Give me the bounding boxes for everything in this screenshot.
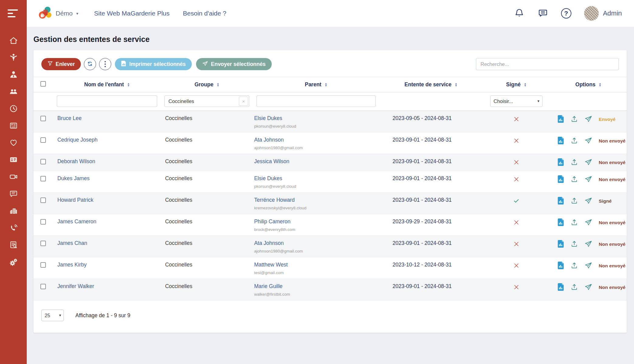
notifications-button[interactable]	[514, 8, 525, 19]
sort-icon[interactable]: ▲▼	[325, 83, 327, 87]
sort-icon[interactable]: ▲▼	[455, 83, 457, 87]
send-agreement-button[interactable]	[584, 262, 592, 270]
view-document-button[interactable]	[558, 137, 564, 145]
refresh-button[interactable]	[84, 58, 96, 70]
upload-agreement-button[interactable]	[570, 283, 578, 292]
row-checkbox[interactable]	[40, 116, 46, 121]
parent-email: kremezovskyi@every8.cloud	[254, 206, 378, 210]
reports-nav-button[interactable]	[7, 240, 19, 250]
send-agreement-button[interactable]	[584, 158, 592, 167]
link-site-web[interactable]: Site Web MaGarderie Plus	[94, 10, 170, 17]
print-selected-button[interactable]: Imprimer sélectionnés	[115, 58, 192, 70]
billing-nav-button[interactable]	[7, 121, 19, 131]
link-help[interactable]: Besoin d'aide ?	[183, 10, 226, 17]
child-name[interactable]: Deborah Wilson	[57, 158, 95, 164]
video-nav-button[interactable]	[7, 172, 19, 182]
health-nav-button[interactable]	[7, 138, 19, 148]
send-agreement-button[interactable]	[584, 137, 592, 145]
select-all-checkbox[interactable]	[40, 81, 46, 87]
row-checkbox[interactable]	[40, 241, 46, 246]
menu-toggle-button[interactable]	[0, 0, 27, 27]
home-nav-button[interactable]	[7, 36, 19, 46]
send-agreement-button[interactable]	[584, 240, 592, 249]
child-name[interactable]: James Cameron	[57, 218, 96, 225]
remove-filter-button[interactable]: Enlever	[41, 58, 81, 70]
send-agreement-button[interactable]	[584, 175, 592, 184]
user-menu[interactable]: Admin	[584, 6, 622, 21]
view-document-button[interactable]	[558, 240, 564, 249]
header-signed[interactable]: Signé ▲▼	[483, 77, 550, 92]
sidebar-nav	[7, 36, 19, 267]
view-document-button[interactable]	[558, 283, 564, 292]
page-size-select[interactable]: 25	[41, 310, 64, 321]
view-document-button[interactable]	[558, 115, 564, 124]
schedule-nav-button[interactable]	[7, 104, 19, 114]
avatar	[584, 6, 599, 21]
child-name[interactable]: Howard Patrick	[57, 197, 94, 203]
view-document-button[interactable]	[558, 175, 564, 184]
send-agreement-button[interactable]	[584, 218, 592, 227]
group-nav-button[interactable]	[7, 87, 19, 97]
view-document-button[interactable]	[558, 158, 564, 167]
sort-icon[interactable]: ▲▼	[599, 83, 601, 87]
sort-icon[interactable]: ▲▼	[217, 83, 219, 87]
upload-agreement-button[interactable]	[570, 115, 578, 124]
upload-agreement-button[interactable]	[570, 137, 578, 145]
child-filter-input[interactable]	[57, 95, 157, 107]
child-nav-button[interactable]	[7, 53, 19, 63]
upload-agreement-button[interactable]	[570, 240, 578, 249]
child-name[interactable]: Cedrique Joseph	[57, 137, 98, 143]
parent-filter-input[interactable]	[257, 95, 375, 107]
header-child[interactable]: Nom de l'enfant ▲▼	[53, 77, 161, 92]
row-checkbox[interactable]	[40, 197, 46, 203]
child-name[interactable]: Bruce Lee	[57, 115, 82, 121]
calls-nav-button[interactable]	[7, 223, 19, 233]
group-filter-input[interactable]	[165, 98, 239, 104]
header-agreement[interactable]: Entente de service ▲▼	[379, 77, 483, 92]
signed-filter-select[interactable]: Choisir...	[490, 95, 543, 107]
header-parent[interactable]: Parent ▲▼	[253, 77, 379, 92]
more-options-button[interactable]	[99, 58, 111, 70]
not-signed-cross-icon	[513, 242, 520, 249]
child-name[interactable]: James Kirby	[57, 262, 87, 268]
upload-agreement-button[interactable]	[570, 197, 578, 205]
row-checkbox[interactable]	[40, 284, 46, 289]
parent-email: pkorsun@every8.cloud	[254, 184, 378, 189]
parent-nav-button[interactable]	[7, 70, 19, 80]
row-checkbox[interactable]	[40, 219, 46, 225]
row-checkbox[interactable]	[40, 176, 46, 181]
header-group[interactable]: Groupe ▲▼	[161, 77, 253, 92]
sort-icon[interactable]: ▲▼	[524, 83, 526, 87]
sort-icon[interactable]: ▲▼	[127, 83, 129, 87]
row-checkbox[interactable]	[40, 159, 46, 164]
send-agreement-button[interactable]	[584, 197, 592, 205]
view-document-button[interactable]	[558, 197, 564, 205]
row-checkbox[interactable]	[40, 137, 46, 143]
child-name[interactable]: James Chan	[57, 240, 87, 246]
chat-nav-button[interactable]	[7, 189, 19, 199]
help-button[interactable]: ?	[561, 8, 571, 19]
view-document-button[interactable]	[558, 218, 564, 227]
send-agreement-button[interactable]	[584, 115, 592, 124]
messages-button[interactable]	[537, 8, 548, 19]
upload-agreement-button[interactable]	[570, 262, 578, 270]
row-checkbox[interactable]	[40, 262, 46, 268]
send-plane-icon	[584, 201, 592, 205]
child-name[interactable]: Dukes James	[57, 175, 90, 181]
view-document-button[interactable]	[558, 262, 564, 270]
send-agreement-button[interactable]	[584, 283, 592, 292]
header-options[interactable]: Options ▲▼	[550, 77, 627, 92]
brand-menu[interactable]: Démo ▾	[38, 6, 78, 21]
clear-filter-icon[interactable]: ×	[239, 97, 248, 106]
organization-nav-button[interactable]	[7, 206, 19, 216]
select-all-header	[33, 77, 53, 92]
child-name[interactable]: Jennifer Walker	[57, 283, 94, 289]
contact-card-nav-button[interactable]	[7, 155, 19, 165]
settings-nav-button[interactable]	[7, 257, 19, 267]
upload-agreement-button[interactable]	[570, 175, 578, 184]
upload-agreement-button[interactable]	[570, 158, 578, 167]
send-selected-button[interactable]: Envoyer sélectionnés	[196, 58, 272, 70]
chat-icon	[9, 189, 19, 199]
search-input[interactable]	[476, 58, 619, 70]
upload-agreement-button[interactable]	[570, 218, 578, 227]
